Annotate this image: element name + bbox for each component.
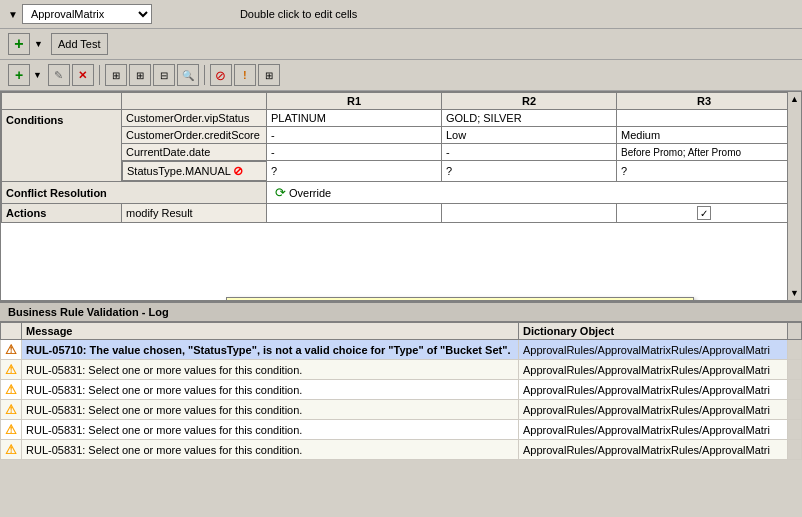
r3-date[interactable]: Before Promo; After Promo [617,144,792,161]
r1-date[interactable]: - [267,144,442,161]
col-header-r3: R3 [617,93,792,110]
table-icon3[interactable]: ⊟ [153,64,175,86]
rules-table: R1 R2 R3 ▲ Conditions CustomerOrder.vipS… [1,92,802,223]
r3-action[interactable]: ✓ [617,204,792,223]
validation-row: ⚠RUL-05831: Select one or more values fo… [1,400,802,420]
r3-statustype[interactable]: ? [617,161,792,182]
r2-vipstatus[interactable]: GOLD; SILVER [442,110,617,127]
dropdown-arrow-small2[interactable]: ▼ [33,70,42,80]
matrix-dropdown[interactable]: ApprovalMatrix [22,4,152,24]
scroll-col-header [788,323,802,340]
conflict-resolution-row: Conflict Resolution ⟳ Override [2,182,803,204]
header-row: R1 R2 R3 ▲ [2,93,803,110]
warning-row-icon: ⚠ [5,442,17,457]
vertical-scrollbar[interactable]: ▲ ▼ [787,92,801,300]
r3-creditscore[interactable]: Medium [617,127,792,144]
error-indicator[interactable]: ⊘ [233,164,243,178]
validation-dictionary: ApprovalRules/ApprovalMatrixRules/Approv… [518,340,787,360]
validation-row: ⚠RUL-05831: Select one or more values fo… [1,380,802,400]
collapse-icon[interactable]: ▼ [8,9,18,20]
conditions-label: Conditions [2,110,122,182]
validation-message: RUL-05831: Select one or more values for… [22,400,519,420]
validation-dictionary: ApprovalRules/ApprovalMatrixRules/Approv… [518,440,787,460]
conditions-row-1: Conditions CustomerOrder.vipStatus PLATI… [2,110,803,127]
warning-row-icon: ⚠ [5,402,17,417]
validation-dictionary: ApprovalRules/ApprovalMatrixRules/Approv… [518,400,787,420]
validation-message: RUL-05831: Select one or more values for… [22,360,519,380]
validation-row: ⚠RUL-05831: Select one or more values fo… [1,440,802,460]
validation-title: Business Rule Validation - Log [8,306,169,318]
validation-header-row: Message Dictionary Object [1,323,802,340]
r1-action[interactable] [267,204,442,223]
r2-creditscore[interactable]: Low [442,127,617,144]
scroll-down-btn[interactable]: ▼ [788,286,801,300]
r2-action[interactable] [442,204,617,223]
scroll-td [788,400,802,420]
condition-date: CurrentDate.date [122,144,267,161]
actions-row: Actions modify Result ✓ ▶ [2,204,803,223]
edit-icon-btn[interactable]: ✎ [48,64,70,86]
validation-dictionary: ApprovalRules/ApprovalMatrixRules/Approv… [518,420,787,440]
validation-message: RUL-05831: Select one or more values for… [22,440,519,460]
toolbar-add-test: + ▼ Add Test [0,29,802,60]
validation-message: RUL-05831: Select one or more values for… [22,380,519,400]
error-row-icon: ⚠ [5,342,17,357]
error-popup: RUL-05710: The value chosen, "StatusType… [226,297,694,301]
add-test-label: Add Test [58,38,101,50]
r3-checkbox[interactable]: ✓ [697,206,711,220]
block-icon-btn[interactable]: ⊘ [210,64,232,86]
condition-statustype: StatusType.MANUAL ⊘ [122,161,267,181]
add-test-button[interactable]: Add Test [51,33,108,55]
dropdown-arrow-small[interactable]: ▼ [34,39,43,49]
validation-message: RUL-05831: Select one or more values for… [22,420,519,440]
add-green-plus[interactable]: + [8,33,30,55]
condition-vipstatus: CustomerOrder.vipStatus [122,110,267,127]
override-control[interactable]: ⟳ Override [271,184,787,201]
conditions-row-3: CurrentDate.date - - Before Promo; After… [2,144,803,161]
r2-statustype[interactable]: ? [442,161,617,182]
table-icon2[interactable]: ⊞ [129,64,151,86]
warning-row-icon: ⚠ [5,362,17,377]
r2-date[interactable]: - [442,144,617,161]
grid-icon-btn[interactable]: ⊞ [258,64,280,86]
r1-vipstatus[interactable]: PLATINUM [267,110,442,127]
r3-vipstatus[interactable] [617,110,792,127]
validation-section: Business Rule Validation - Log Message D… [0,301,802,477]
scroll-td [788,340,802,360]
actions-label: Actions [2,204,122,223]
toolbar-icons: + ▼ ✎ ✕ ⊞ ⊞ ⊟ 🔍 ⊘ ! ⊞ [0,60,802,91]
col-dictionary-header: Dictionary Object [518,323,787,340]
actions-modify: modify Result [122,204,267,223]
validation-row: ⚠RUL-05831: Select one or more values fo… [1,360,802,380]
conflict-resolution-label: Conflict Resolution [2,182,267,204]
warning-row-icon: ⚠ [5,422,17,437]
col-message-header: Message [22,323,519,340]
r1-statustype[interactable]: ? [267,161,442,182]
conditions-row-4: StatusType.MANUAL ⊘ ? ? ? [2,161,803,182]
validation-row: ⚠RUL-05710: The value chosen, "StatusTyp… [1,340,802,360]
delete-icon-btn[interactable]: ✕ [72,64,94,86]
main-grid-area: R1 R2 R3 ▲ Conditions CustomerOrder.vipS… [0,91,802,301]
status-type-label: StatusType.MANUAL [127,165,231,177]
separator2 [204,65,205,85]
scroll-td [788,360,802,380]
separator1 [99,65,100,85]
top-bar: ▼ ApprovalMatrix Double click to edit ce… [0,0,802,29]
plus-icon-btn[interactable]: + [8,64,30,86]
validation-row: ⚠RUL-05831: Select one or more values fo… [1,420,802,440]
scroll-up-btn[interactable]: ▲ [788,92,801,106]
table-icon1[interactable]: ⊞ [105,64,127,86]
conflict-resolution-value: ⟳ Override [267,182,792,204]
scroll-td [788,420,802,440]
conditions-row-2: CustomerOrder.creditScore - Low Medium [2,127,803,144]
table-icon4[interactable]: 🔍 [177,64,199,86]
validation-table: Message Dictionary Object ⚠RUL-05710: Th… [0,322,802,460]
scroll-td [788,440,802,460]
warning-row-icon: ⚠ [5,382,17,397]
validation-dictionary: ApprovalRules/ApprovalMatrixRules/Approv… [518,380,787,400]
r1-creditscore[interactable]: - [267,127,442,144]
exclaim-icon-btn[interactable]: ! [234,64,256,86]
top-bar-left: ▼ ApprovalMatrix [8,4,152,24]
override-label: Override [289,187,331,199]
override-icon: ⟳ [275,185,286,200]
